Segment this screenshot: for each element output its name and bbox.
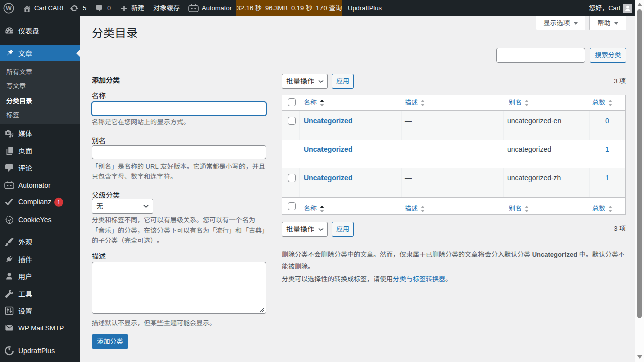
svg-text:W: W bbox=[6, 5, 12, 12]
